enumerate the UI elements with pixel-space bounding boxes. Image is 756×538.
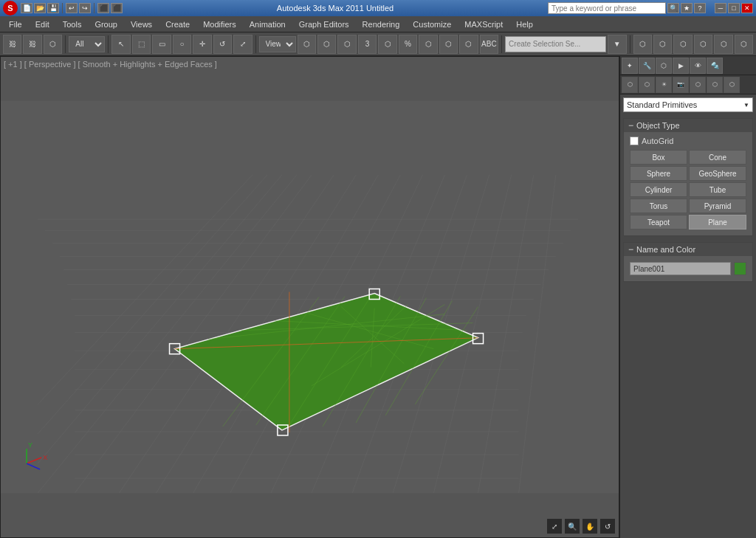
collapse-icon[interactable]: −	[628, 120, 633, 131]
sphere-btn[interactable]: Sphere	[630, 166, 687, 181]
select-obj-btn[interactable]: ↖	[111, 35, 130, 54]
object-type-body: AutoGrid Box Cone Sphere GeoSphere Cylin…	[624, 132, 752, 235]
help-btn[interactable]: ?	[694, 3, 706, 13]
render2-btn[interactable]: ⬡	[653, 35, 672, 54]
menu-help[interactable]: Help	[510, 18, 539, 30]
menu-views[interactable]: Views	[125, 18, 158, 30]
graph-btn[interactable]: ⬡	[459, 35, 478, 54]
array-btn[interactable]: ⬡	[317, 35, 336, 54]
cameras-tab[interactable]: 📷	[673, 77, 689, 93]
bind-btn[interactable]: ⬡	[44, 35, 62, 54]
cylinder-btn[interactable]: Cylinder	[630, 182, 687, 197]
cone-btn[interactable]: Cone	[689, 150, 746, 165]
name-collapse-icon[interactable]: −	[628, 244, 633, 255]
text-btn[interactable]: ABC	[480, 35, 498, 54]
svg-rect-0	[1, 101, 619, 493]
snap-btn[interactable]: ⬡	[378, 35, 396, 54]
app-title: Autodesk 3ds Max 2011 Untitled	[123, 4, 548, 13]
curve-btn[interactable]: ⬡	[439, 35, 458, 54]
selection-set-input[interactable]	[505, 36, 606, 52]
systems-tab[interactable]: ⬡	[724, 77, 740, 93]
maximize-btn[interactable]: □	[728, 3, 740, 13]
geosphere-btn[interactable]: GeoSphere	[689, 166, 746, 181]
unlink-btn[interactable]: ⛓	[23, 35, 41, 54]
motion-tab[interactable]: ▶	[673, 58, 689, 74]
teapot-btn[interactable]: Teapot	[630, 215, 687, 230]
plane-btn[interactable]: Plane	[689, 215, 746, 230]
toolbar-sep3	[255, 35, 256, 53]
misc-btn2[interactable]: ⬛	[111, 3, 123, 13]
misc-btn1[interactable]: ⬛	[97, 3, 109, 13]
new-file-btn[interactable]: 📄	[21, 3, 32, 13]
selection-set-dropdown[interactable]: ▼	[608, 35, 626, 54]
menu-maxscript[interactable]: MAXScript	[458, 18, 509, 30]
num-btn[interactable]: 3	[358, 35, 377, 54]
menu-file[interactable]: File	[3, 18, 28, 30]
favorites-btn[interactable]: ★	[681, 3, 693, 13]
box-btn[interactable]: Box	[630, 150, 687, 165]
undo-btn[interactable]: ↩	[66, 3, 78, 13]
hierarchy-tab[interactable]: ⬡	[656, 58, 672, 74]
viewport[interactable]: [ +1 ] [ Perspective ] [ Smooth + Highli…	[0, 56, 619, 538]
select-rect-btn[interactable]: ▭	[152, 35, 171, 54]
render3-btn[interactable]: ⬡	[673, 35, 692, 54]
layer-btn[interactable]: ⬡	[419, 35, 437, 54]
lights-tab[interactable]: ☀	[656, 77, 672, 93]
select-circle-btn[interactable]: ○	[173, 35, 191, 54]
scale-btn[interactable]: ⤢	[233, 35, 252, 54]
filter-select[interactable]: All	[69, 36, 105, 52]
move-btn[interactable]: ✛	[193, 35, 211, 54]
toolbar-sep5	[630, 35, 630, 53]
menu-group[interactable]: Group	[89, 18, 123, 30]
redo-btn[interactable]: ↪	[79, 3, 91, 13]
menu-edit[interactable]: Edit	[30, 18, 55, 30]
tube-btn[interactable]: Tube	[689, 182, 746, 197]
shapes-tab[interactable]: ⬡	[639, 77, 655, 93]
minimize-btn[interactable]: ─	[715, 3, 726, 13]
close-btn[interactable]: ✕	[741, 3, 753, 13]
main-content: [ +1 ] [ Perspective ] [ Smooth + Highli…	[0, 56, 756, 538]
save-file-btn[interactable]: 💾	[47, 3, 59, 13]
mirror-btn[interactable]: ⬡	[298, 35, 316, 54]
torus-btn[interactable]: Torus	[630, 199, 687, 213]
spacewarps-tab[interactable]: ⬡	[707, 77, 723, 93]
render6-btn[interactable]: ⬡	[735, 35, 753, 54]
link-btn[interactable]: ⛓	[3, 35, 21, 54]
utilities-tab[interactable]: 🔩	[707, 58, 723, 74]
geometry-tab[interactable]: ⬡	[622, 77, 638, 93]
pyramid-btn[interactable]: Pyramid	[689, 199, 746, 213]
search-input[interactable]	[548, 2, 666, 14]
object-type-section: − Object Type AutoGrid Box Cone Sphere G…	[623, 118, 753, 236]
display-tab[interactable]: 👁	[690, 58, 706, 74]
search-btn[interactable]: 🔍	[667, 3, 679, 13]
snap2-btn[interactable]: %	[399, 35, 417, 54]
view-select[interactable]: View	[259, 36, 296, 52]
open-file-btn[interactable]: 📂	[34, 3, 46, 13]
menu-graph-editors[interactable]: Graph Editors	[293, 18, 355, 30]
menu-create[interactable]: Create	[159, 18, 196, 30]
menu-modifiers[interactable]: Modifiers	[197, 18, 242, 30]
select-region-btn[interactable]: ⬚	[132, 35, 151, 54]
rotate-btn[interactable]: ↺	[213, 35, 232, 54]
render-tools-btn[interactable]: ⬡	[633, 35, 652, 54]
toolbar-sep2	[108, 35, 109, 53]
autogrid-checkbox[interactable]	[630, 137, 639, 145]
zoom-extents-btn[interactable]: ⤢	[546, 518, 563, 534]
orbit-btn[interactable]: ↺	[599, 518, 616, 534]
pan-btn[interactable]: ✋	[582, 518, 598, 534]
modify-tab[interactable]: 🔧	[639, 58, 655, 74]
primitives-dropdown[interactable]: Standard Primitives	[623, 97, 753, 112]
zoom-btn[interactable]: 🔍	[564, 518, 580, 534]
create-tab[interactable]: ✦	[622, 58, 638, 74]
render5-btn[interactable]: ⬡	[714, 35, 732, 54]
menu-animation[interactable]: Animation	[244, 18, 292, 30]
align-btn[interactable]: ⬡	[337, 35, 356, 54]
color-swatch[interactable]	[734, 262, 746, 275]
object-name-input[interactable]	[630, 262, 731, 275]
titlebar: S 📄 📂 💾 ↩ ↪ ⬛ ⬛ Autodesk 3ds Max 2011 Un…	[0, 0, 756, 16]
helpers-tab[interactable]: ⬡	[690, 77, 706, 93]
menu-tools[interactable]: Tools	[57, 18, 88, 30]
render4-btn[interactable]: ⬡	[694, 35, 712, 54]
menu-customize[interactable]: Customize	[407, 18, 457, 30]
menu-rendering[interactable]: Rendering	[357, 18, 406, 30]
